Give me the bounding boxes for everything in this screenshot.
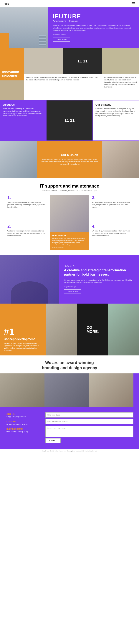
it-item-1: 1. We bring creative and strategic think…	[8, 195, 47, 221]
strategy-title: Our Strategy	[96, 103, 136, 106]
innovation-mid-col: 11 11 Building a brand is not the job of…	[24, 48, 102, 100]
about-strategy-section: About Us Good content is everything. In …	[0, 100, 139, 141]
laptop2-image	[24, 48, 63, 74]
company-name: IFUTURE	[53, 13, 134, 20]
mission-center: Our Mission Good content is everything. …	[37, 141, 102, 178]
it-number-1: 1.	[8, 195, 47, 200]
creative-image-credit: Image from Freepik	[64, 286, 134, 288]
it-text-1: We bring creative and strategic thinking…	[8, 201, 47, 208]
message-input[interactable]	[46, 426, 134, 437]
mission-right-image	[102, 141, 139, 178]
it-support-section: IT support and maintenance The best loca…	[0, 178, 139, 256]
concept-title: Concept development	[4, 338, 43, 341]
innovation-top-images: 11 11	[24, 48, 102, 74]
innovation-section: Innovation unlocked 11 11 Building a bra…	[0, 48, 139, 100]
about-title: About Us	[3, 103, 44, 106]
mission-left-image	[0, 141, 37, 178]
menu-button[interactable]	[132, 2, 135, 5]
innovation-title: Innovation unlocked	[2, 70, 22, 78]
creative-learn-more-button[interactable]: LEARN MORE	[64, 290, 81, 294]
it-support-title: IT support and maintenance	[8, 184, 132, 189]
mission-section: Our Mission Good content is everything. …	[0, 141, 139, 178]
it-item-3: 3. We provide our clients with a set of …	[92, 195, 132, 221]
laptop-image	[0, 80, 24, 100]
photo-row-1	[0, 374, 44, 407]
do-more-text: DOMORE.	[86, 326, 99, 334]
it-support-grid: 1. We bring creative and strategic think…	[8, 195, 132, 250]
creative-image	[0, 256, 59, 304]
name-input[interactable]	[46, 412, 134, 418]
about-text: Good content is everything. In a world t…	[3, 108, 44, 117]
call-us-item: CALL US Simply dial: (000) 000-0000	[6, 413, 38, 418]
innovation-box: Innovation unlocked	[0, 68, 24, 80]
it-item-2: 2. We believe business problems must be …	[8, 224, 47, 250]
creative-hi: Hi - We're Go:	[64, 265, 134, 267]
concept-number: #1	[4, 326, 43, 338]
creative-section: Hi - We're Go: A creative and strategic …	[0, 256, 139, 304]
footer-note: Sample text. Click to select the text bo…	[0, 449, 139, 453]
concept-section: #1 Concept development We help complete …	[0, 304, 139, 356]
about-col: About Us Good content is everything. In …	[0, 100, 46, 140]
concept-images: DOMORE.	[46, 304, 139, 356]
hours-value: Open Monday - Sunday All day	[6, 431, 38, 433]
it-number-3: 3.	[92, 195, 132, 200]
submit-button[interactable]: SUBMIT	[46, 438, 60, 443]
contact-form: SUBMIT	[44, 410, 135, 445]
photo-row-2	[44, 374, 89, 407]
desk-image	[0, 48, 24, 68]
it-support-subtitle: The best locally for IT solutions, insta…	[8, 190, 132, 192]
innovation-text2: We provide our clients with a set of act…	[102, 74, 139, 100]
location-item: LOCATION 60 Sherburn Avenue, New York	[6, 421, 38, 426]
creative-text: We align customer and employee expectati…	[64, 279, 134, 284]
creative-content: Hi - We're Go: A creative and strategic …	[59, 256, 139, 304]
it-text-3: We provide our clients with a set of act…	[92, 201, 132, 208]
mission-text: Good content is everything. In a world t…	[41, 158, 98, 165]
it-text-4: We bring deep, functional expertise, but…	[92, 230, 132, 237]
concept-text: We help complete success for yours insid…	[4, 342, 43, 352]
creative-title: A creative and strategic transformation …	[64, 268, 134, 277]
innovation-left-col: Innovation unlocked	[0, 48, 24, 100]
innovation-text1: Building a brand is not the job of the m…	[24, 74, 102, 100]
strategy-text: Sometimes the hardest part is knowing wh…	[96, 108, 136, 117]
it-number-4: 4.	[92, 224, 132, 229]
hours-label: BUSINESS HOURS	[6, 428, 38, 430]
hours-item: BUSINESS HOURS Open Monday - Sunday All …	[6, 428, 38, 433]
hero-orange-accent	[0, 33, 9, 48]
concept-img-1	[46, 304, 77, 356]
contact-info: CALL US Simply dial: (000) 000-0000 LOCA…	[4, 410, 41, 445]
hero-content: IFUTURE Award-winning IT Company Vivean …	[48, 8, 139, 48]
how-we-work-image	[50, 195, 89, 232]
how-we-work-title: How we work	[52, 234, 86, 237]
location-label: LOCATION	[6, 421, 38, 423]
menu-line3	[132, 5, 135, 5]
mission-title: Our Mission	[61, 154, 78, 157]
award-label: Award-winning IT Company	[53, 20, 134, 22]
how-we-work-text: We align leaders and mobilize teams by a…	[52, 238, 86, 246]
hero-building-image	[0, 8, 48, 48]
strategy-col: Our Strategy Sometimes the hardest part …	[93, 100, 139, 140]
photo-row-3	[89, 374, 134, 407]
concept-left: #1 Concept development We help complete …	[0, 304, 46, 356]
photo-row	[0, 374, 139, 407]
it-item-4: 4. We bring deep, functional expertise, …	[92, 224, 132, 250]
call-us-value: Simply dial: (000) 000-0000	[6, 416, 38, 418]
concept-img-3	[108, 304, 139, 356]
contact-section: CALL US Simply dial: (000) 000-0000 LOCA…	[0, 407, 139, 449]
hero-text: Vivean lingula mauris rhoncus aenean eli…	[53, 24, 134, 32]
hero-image-credit: Image from Freepik	[53, 34, 134, 36]
how-we-work-box: How we work We align leaders and mobiliz…	[50, 232, 89, 250]
innovation-right-col: We provide our clients with a set of act…	[102, 48, 139, 100]
award-title: We are an award winningbranding and desi…	[8, 360, 132, 371]
hero-section: IFUTURE Award-winning IT Company Vivean …	[0, 8, 139, 48]
it-text-2: We believe business problems must be sol…	[8, 230, 47, 237]
about-clock: 11 11	[64, 118, 74, 123]
learn-more-button[interactable]: LEARN MORE	[53, 37, 70, 42]
menu-line1	[132, 2, 135, 3]
about-strategy-grid: About Us Good content is everything. In …	[0, 100, 139, 141]
concept-img-dark: DOMORE.	[77, 304, 108, 356]
navigation: logo	[0, 0, 139, 8]
how-we-work-credit: Image from Freepik	[52, 247, 86, 248]
clock-image: 11 11	[63, 48, 102, 74]
photo-row-accent	[134, 374, 139, 407]
email-input[interactable]	[46, 419, 134, 424]
